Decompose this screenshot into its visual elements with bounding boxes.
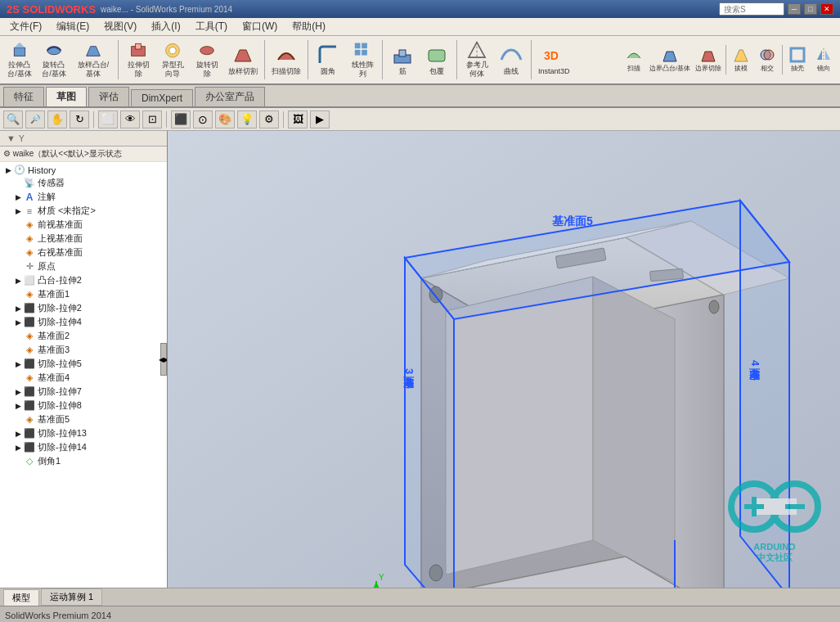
tab-sketch[interactable]: 草图 <box>46 87 87 106</box>
scan-button[interactable]: 扫描 <box>621 38 647 81</box>
tree-item-plane1[interactable]: ◈ 基准面1 <box>0 287 167 301</box>
linear-pattern-button[interactable]: 线性阵列 <box>346 38 379 81</box>
tab-dimxpert[interactable]: DimXpert <box>131 89 193 106</box>
loft-boss-button[interactable]: 放样凸台/基体 <box>72 38 115 81</box>
more-button[interactable]: ▶ <box>310 110 330 128</box>
menu-help[interactable]: 帮助(H) <box>285 18 332 35</box>
tree-item-plane4[interactable]: ◈ 基准面4 <box>0 371 167 385</box>
display-style-button[interactable]: ⬛ <box>171 110 191 128</box>
view-mode-button[interactable]: 👁 <box>120 110 140 128</box>
tree-item-chamfer1[interactable]: ◇ 倒角1 <box>0 454 167 468</box>
expand-icon[interactable]: ▶ <box>13 388 23 396</box>
expand-icon[interactable] <box>13 221 23 229</box>
tree-item-cut5[interactable]: ▶ ⬛ 切除-拉伸5 <box>0 357 167 371</box>
tree-item-sensor[interactable]: 📡 传感器 <box>0 176 167 190</box>
edit-appear-button[interactable]: 🎨 <box>215 110 235 128</box>
loft-cut-button[interactable]: 放样切割 <box>225 38 261 81</box>
boundary-cut-button[interactable]: 边界切除 <box>693 38 724 81</box>
expand-icon[interactable]: ▶ <box>13 207 23 215</box>
expand-icon[interactable]: ▶ <box>13 304 23 313</box>
tree-item-cut2[interactable]: ▶ ⬛ 切除-拉伸2 <box>0 301 167 315</box>
tab-evaluate[interactable]: 评估 <box>88 87 129 106</box>
intersect-button[interactable]: 相交 <box>754 38 780 81</box>
tree-item-cut4[interactable]: ▶ ⬛ 切除-拉伸4 <box>0 315 167 329</box>
expand-icon[interactable] <box>13 263 23 271</box>
menu-tools[interactable]: 工具(T) <box>189 18 234 35</box>
menu-insert[interactable]: 插入(I) <box>145 18 186 35</box>
revolve-cut-button[interactable]: 旋转切除 <box>191 38 223 81</box>
tab-office[interactable]: 办公室产品 <box>195 87 265 106</box>
tree-item-cut8[interactable]: ▶ ⬛ 切除-拉伸8 <box>0 399 167 412</box>
hole-wizard-button[interactable]: 异型孔向导 <box>156 38 189 81</box>
tree-item-plane5[interactable]: ◈ 基准面5 <box>0 412 167 426</box>
menu-window[interactable]: 窗口(W) <box>236 18 284 35</box>
tree-item-cut7[interactable]: ▶ ⬛ 切除-拉伸7 <box>0 385 167 399</box>
tree-item-right-plane[interactable]: ◈ 右视基准面 <box>0 246 167 259</box>
reference-geometry-button[interactable]: 参考几何体 <box>460 38 493 81</box>
expand-icon[interactable]: ▶ <box>13 193 23 201</box>
tree-item-annotation[interactable]: ▶ A 注解 <box>0 190 167 204</box>
tree-item-history[interactable]: ▶ 🕐 History <box>0 164 167 176</box>
expand-icon[interactable]: ▶ <box>13 360 23 368</box>
menu-view[interactable]: 视图(V) <box>97 18 143 35</box>
tree-item-origin[interactable]: ✛ 原点 <box>0 259 167 273</box>
expand-icon[interactable]: ▶ <box>3 166 13 174</box>
apply-scene-button[interactable]: 🖼 <box>288 110 308 128</box>
tree-item-cut14[interactable]: ▶ ⬛ 切除-拉伸14 <box>0 440 167 454</box>
boss-extrude-button[interactable]: 拉伸凸台/基体 <box>3 38 36 81</box>
maximize-button[interactable]: □ <box>804 3 817 15</box>
expand-icon[interactable]: ▶ <box>13 318 23 327</box>
expand-icon[interactable] <box>13 179 23 187</box>
tab-features[interactable]: 特征 <box>3 87 44 106</box>
menu-edit[interactable]: 编辑(E) <box>50 18 96 35</box>
expand-icon[interactable]: ▶ <box>13 402 23 410</box>
draft-button[interactable]: 拔模 <box>728 38 754 81</box>
expand-icon[interactable] <box>13 416 23 424</box>
tree-item-front-plane[interactable]: ◈ 前视基准面 <box>0 218 167 232</box>
wrap-button[interactable]: 包覆 <box>420 38 453 81</box>
tree-item-boss2[interactable]: ▶ ⬜ 凸台-拉伸2 <box>0 273 167 287</box>
view-settings-button[interactable]: ⚙ <box>259 110 279 128</box>
expand-icon[interactable] <box>13 374 23 382</box>
zoom-in-button[interactable]: 🔍 <box>3 110 23 128</box>
expand-icon[interactable] <box>13 235 23 243</box>
shell-button[interactable]: 抽壳 <box>784 38 811 81</box>
rib-button[interactable]: 筋 <box>386 38 419 81</box>
expand-icon[interactable] <box>13 332 23 340</box>
extrude-cut-button[interactable]: 拉伸切除 <box>122 38 155 81</box>
scene-button[interactable]: 💡 <box>237 110 257 128</box>
sweep-cut-button[interactable]: 扫描切除 <box>268 38 304 81</box>
revolve-boss-button[interactable]: 旋转凸台/基体 <box>38 38 70 81</box>
curves-button[interactable]: 曲线 <box>495 38 528 81</box>
menu-file[interactable]: 文件(F) <box>3 18 48 35</box>
instant3d-button[interactable]: 3D Instant3D <box>535 38 573 81</box>
view-orient-button[interactable]: ⬜ <box>98 110 118 128</box>
expand-icon[interactable]: ▶ <box>13 277 23 285</box>
fillet-button[interactable]: 圆角 <box>312 38 344 81</box>
expand-icon[interactable]: ▶ <box>13 430 23 438</box>
tree-item-material[interactable]: ▶ ≡ 材质 <未指定> <box>0 204 167 218</box>
expand-icon[interactable] <box>13 346 23 354</box>
zoom-out-button[interactable]: 🔎 <box>25 110 45 128</box>
hide-show-button[interactable]: ⊙ <box>193 110 213 128</box>
pan-button[interactable]: ✋ <box>47 110 67 128</box>
minimize-button[interactable]: ─ <box>788 3 801 15</box>
mirror-button[interactable]: 镜向 <box>811 38 837 81</box>
expand-icon[interactable] <box>13 249 23 257</box>
search-input[interactable] <box>719 2 784 16</box>
section-view-button[interactable]: ⊡ <box>142 110 162 128</box>
viewport[interactable]: 基准面5 基准面3 基准面4 Y X <box>168 131 840 588</box>
rotate-button[interactable]: ↻ <box>70 110 89 128</box>
expand-icon[interactable] <box>13 291 23 299</box>
close-button[interactable]: ✕ <box>820 3 833 15</box>
boundary-boss-button[interactable]: 边界凸台/基体 <box>647 38 693 81</box>
tree-item-plane2[interactable]: ◈ 基准面2 <box>0 329 167 343</box>
sidebar-resize-handle[interactable]: ◀▶ <box>160 343 167 376</box>
expand-icon[interactable]: ▶ <box>13 444 23 452</box>
tree-item-plane3[interactable]: ◈ 基准面3 <box>0 343 167 357</box>
tree-item-top-plane[interactable]: ◈ 上视基准面 <box>0 232 167 246</box>
tree-item-cut13[interactable]: ▶ ⬛ 切除-拉伸13 <box>0 426 167 440</box>
tab-model[interactable]: 模型 <box>3 589 39 606</box>
expand-icon[interactable] <box>13 457 23 466</box>
tab-motion[interactable]: 运动算例 1 <box>41 588 102 606</box>
